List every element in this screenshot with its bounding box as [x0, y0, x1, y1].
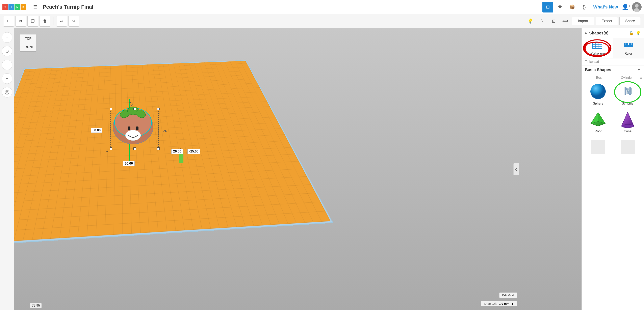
svg-marker-33: [591, 112, 598, 123]
dim-d1-label: 26.00: [171, 149, 183, 154]
flag-icon[interactable]: ⚐: [537, 16, 547, 26]
shape-group[interactable]: ↻ ↷: [105, 97, 161, 146]
add-user-icon[interactable]: 👤+: [622, 4, 630, 10]
placeholder-shape-1: [589, 138, 607, 156]
edit-grid-btn[interactable]: Edit Grid: [499, 293, 517, 298]
export-btn[interactable]: Export: [596, 17, 618, 25]
mirror-icon[interactable]: ⟺: [560, 16, 570, 26]
svg-point-4: [6, 91, 8, 93]
object-settings-btn[interactable]: [2, 87, 12, 97]
col-label-cylinder: Cylinder: [613, 76, 641, 80]
toolbar: □ ⧉ ❐ 🗑 ↩ ↪ 💡 ⚐ ⊡ ⟺ Import Export Share: [0, 14, 644, 28]
snap-grid-up-arrow[interactable]: ▲: [511, 302, 514, 305]
panel-toggle-btn[interactable]: ❮: [514, 163, 519, 175]
snap-grid-control[interactable]: Snap Grid 1.0 mm ▲: [481, 301, 517, 306]
menu-icon-btn[interactable]: ☰: [30, 1, 41, 12]
canvas-3d[interactable]: ↻ ↷ 50.00 50.00 26.00 -25.00 ↕ ↔: [14, 28, 582, 310]
panel-header: ▶ Shapes(8) 🔒 💡: [582, 28, 644, 38]
zoom-out-btn[interactable]: −: [2, 73, 12, 84]
roof-label: Roof: [594, 129, 602, 133]
duplicate-btn[interactable]: ❐: [28, 16, 38, 26]
box-btn[interactable]: 📦: [566, 1, 578, 12]
ruler-label: Ruler: [624, 52, 632, 55]
left-sidebar: ⌂ ⊙ + −: [0, 28, 14, 310]
light-icon[interactable]: 💡: [636, 31, 641, 35]
grid-view-btn[interactable]: ⊞: [542, 1, 553, 12]
scroll-up-indicator[interactable]: ▲: [639, 75, 643, 80]
workplane-ruler-area: Workplane Ruler: [582, 38, 644, 58]
home-view-btn[interactable]: ⌂: [2, 32, 12, 43]
roof-visual: [589, 110, 607, 128]
ruler-icon: [623, 41, 633, 50]
hammer-btn[interactable]: ⚒: [554, 1, 566, 12]
svg-rect-11: [128, 126, 130, 130]
shapes-dropdown-arrow[interactable]: ▼: [637, 68, 641, 72]
scribble-item[interactable]: N N N Scribble: [613, 80, 642, 107]
shapes-category-title: Basic Shapes: [585, 67, 635, 72]
copy-btn[interactable]: ⧉: [15, 16, 26, 26]
viewport[interactable]: TOP FRONT: [14, 28, 582, 310]
panel-expand-btn[interactable]: ▶: [585, 31, 587, 35]
toolbar-right: 💡 ⚐ ⊡ ⟺ Import Export Share: [525, 16, 641, 26]
scribble-visual: N N N: [618, 82, 637, 100]
tinkercad-logo[interactable]: T I N K: [2, 4, 26, 10]
turnip-svg: [105, 97, 161, 145]
view-cube-top[interactable]: TOP: [20, 34, 36, 43]
user-area: 👤+: [622, 2, 642, 12]
shapes-row-3: [583, 136, 642, 158]
sphere-visual: [589, 82, 607, 100]
svg-point-1: [635, 4, 638, 8]
view-cube[interactable]: TOP FRONT: [18, 34, 38, 54]
cone-item[interactable]: Cone: [613, 108, 642, 135]
shapes-row-1: Sphere N N N: [583, 80, 642, 107]
zoom-in-btn[interactable]: +: [2, 60, 12, 70]
new-btn[interactable]: □: [3, 16, 14, 26]
share-btn[interactable]: Share: [620, 17, 641, 25]
whats-new-link[interactable]: What's New: [591, 4, 620, 10]
lock-icon[interactable]: 🔒: [629, 31, 634, 35]
roof-item[interactable]: Roof: [583, 108, 613, 135]
more-shape-1[interactable]: [583, 136, 613, 158]
shapes-grid: ▲ Box Cylinder: [582, 74, 644, 310]
avatar[interactable]: [632, 2, 642, 12]
logo-t: T: [2, 4, 8, 10]
dim-arrow-up: ↕: [124, 116, 126, 120]
svg-point-26: [590, 84, 606, 99]
ruler-btn[interactable]: Ruler: [613, 38, 644, 58]
placeholder-shape-2: [618, 138, 637, 156]
col-label-box: Box: [585, 76, 613, 80]
code-blocks-btn[interactable]: {}: [579, 1, 590, 12]
project-title: Peach's Turnip Final: [43, 4, 540, 10]
coord-label: 75.95: [30, 303, 42, 308]
redo-btn[interactable]: ↪: [68, 16, 79, 26]
svg-point-13: [125, 130, 141, 141]
workplane-btn[interactable]: Workplane: [582, 38, 613, 58]
light-bulb-icon[interactable]: 💡: [525, 16, 535, 26]
main-area: ⌂ ⊙ + − TOP FRONT: [0, 28, 644, 310]
undo-btn[interactable]: ↩: [56, 16, 67, 26]
cone-visual: [618, 110, 637, 128]
tinkercad-sub-label: Tinkercad: [582, 58, 644, 65]
shapes-category: Basic Shapes ▼: [582, 65, 644, 74]
dim-d2-label: -25.00: [188, 149, 200, 154]
delete-btn[interactable]: 🗑: [40, 16, 50, 26]
logo-n: N: [14, 4, 20, 10]
svg-marker-34: [622, 112, 634, 126]
panel-title: Shapes(8): [589, 31, 627, 35]
top-nav: T I N K ☰ Peach's Turnip Final ⊞ ⚒ 📦 {} …: [0, 0, 644, 14]
dim-width-label: 50.00: [91, 128, 102, 133]
scribble-label: Scribble: [622, 102, 634, 105]
workplane-red-annotation: [582, 39, 612, 57]
shapes-row-2: Roof: [583, 108, 642, 135]
import-btn[interactable]: Import: [572, 17, 594, 25]
dim-height-label: 50.00: [123, 161, 135, 166]
svg-text:N: N: [625, 86, 631, 96]
fit-view-btn[interactable]: ⊙: [2, 46, 12, 56]
sphere-label: Sphere: [593, 102, 603, 105]
view-cube-front[interactable]: FRONT: [20, 43, 36, 51]
group-icon[interactable]: ⊡: [549, 16, 559, 26]
svg-point-3: [5, 90, 9, 94]
more-shape-2[interactable]: [613, 136, 642, 158]
sphere-item[interactable]: Sphere: [583, 80, 613, 107]
shapes-col-labels: Box Cylinder: [583, 76, 642, 80]
